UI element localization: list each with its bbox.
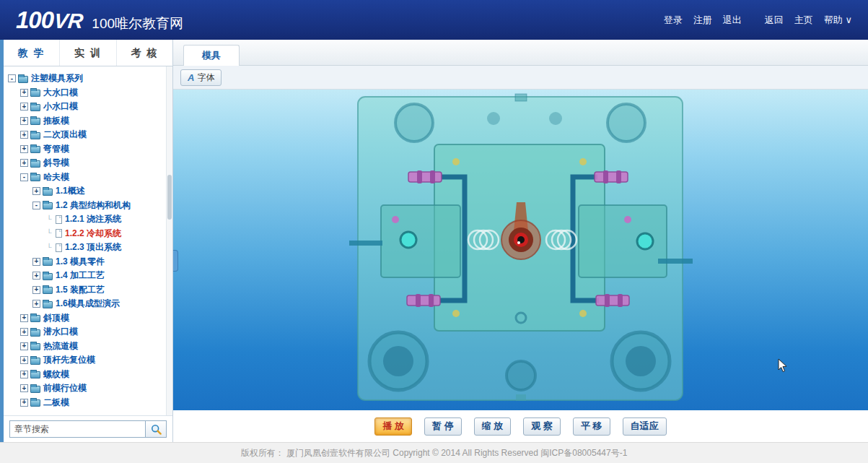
page: 100 VR 100唯尔教育网 登录 注册 退出 返回 主页 帮助 ∨ 教 学 … (0, 0, 868, 463)
nav-home[interactable]: 主页 (794, 14, 813, 27)
tree-node[interactable]: 小水口模 (4, 100, 164, 114)
scrollbar-thumb[interactable] (167, 175, 172, 220)
sidebar-scrollbar[interactable] (166, 66, 172, 415)
tree-toggle-icon[interactable] (32, 202, 40, 209)
tree-node[interactable]: 哈夫模 (4, 170, 164, 185)
tree-node[interactable]: 推板模 (4, 114, 164, 129)
tree-toggle-icon[interactable] (20, 131, 28, 139)
tab-teaching[interactable]: 教 学 (4, 40, 60, 66)
tree-node[interactable]: 1.2.2 冷却系统 (4, 227, 164, 241)
page-icon (56, 243, 62, 252)
control-observe[interactable]: 观 察 (523, 417, 561, 436)
tree-toggle-icon[interactable] (20, 371, 28, 378)
tree-node[interactable]: 热流道模 (4, 339, 164, 354)
tree-node[interactable]: 1.6模具成型演示 (4, 297, 164, 311)
folder-icon (30, 160, 40, 168)
mold-model[interactable] (348, 92, 694, 404)
tree-toggle-icon[interactable] (45, 215, 53, 223)
control-zoom[interactable]: 缩 放 (474, 417, 512, 436)
tree-node[interactable]: 螺纹模 (4, 368, 164, 382)
tree-toggle-icon[interactable] (20, 173, 28, 181)
tree-toggle-icon[interactable] (32, 300, 40, 308)
tree-toggle-icon[interactable] (20, 384, 28, 392)
tree-toggle-icon[interactable] (45, 243, 53, 251)
tab-training[interactable]: 实 训 (60, 40, 116, 66)
nav-help[interactable]: 帮助 ∨ (824, 14, 852, 27)
tree-node[interactable]: 1.5 装配工艺 (4, 283, 164, 298)
tree-node[interactable]: 斜顶模 (4, 311, 164, 326)
tree-node[interactable]: 1.3 模具零件 (4, 255, 164, 269)
tree-toggle-icon[interactable] (20, 328, 28, 336)
font-button-label: 字体 (197, 72, 214, 84)
tree-toggle-icon[interactable] (20, 356, 28, 364)
folder-icon (43, 301, 53, 308)
control-fit[interactable]: 自适应 (623, 417, 667, 436)
tree-node-label: 1.2 典型结构和机构 (56, 199, 131, 212)
chapter-search-row (4, 415, 172, 442)
tree-toggle-icon[interactable] (8, 74, 16, 82)
tree-node[interactable]: 1.4 加工工艺 (4, 269, 164, 283)
nav-back[interactable]: 返回 (765, 14, 784, 27)
search-button[interactable] (145, 420, 167, 438)
folder-icon (30, 358, 40, 365)
tree-toggle-icon[interactable] (32, 272, 40, 280)
tree-node[interactable]: 注塑模具系列 (4, 72, 164, 86)
3d-viewer[interactable] (173, 90, 868, 410)
tree-node[interactable]: 二板模 (4, 396, 164, 410)
nav-site-group: 返回 主页 帮助 ∨ (765, 14, 852, 27)
tree-toggle-icon[interactable] (20, 117, 28, 125)
tree-node-label: 螺纹模 (43, 368, 69, 381)
nav-logout[interactable]: 退出 (723, 14, 742, 27)
sidebar: 教 学 实 训 考 核 注塑模具系列 大水口模 小水口模 推板模 二次顶出模 弯… (0, 40, 173, 442)
nav-register[interactable]: 注册 (693, 14, 712, 27)
tree-node[interactable]: 顶杆先复位模 (4, 353, 164, 368)
logo-100: 100 (16, 7, 53, 34)
tree-node-label: 前模行位模 (43, 382, 87, 394)
folder-icon (30, 146, 40, 153)
tree-toggle-icon[interactable] (20, 89, 28, 97)
viewer-left-handle[interactable] (173, 250, 178, 272)
tree-node-label: 1.1概述 (56, 185, 85, 197)
tree-node[interactable]: 二次顶出模 (4, 128, 164, 142)
tree-toggle-icon[interactable] (32, 258, 40, 266)
tree-node[interactable]: 1.2 典型结构和机构 (4, 199, 164, 213)
tree-node[interactable]: 1.2.3 顶出系统 (4, 241, 164, 255)
folder-icon (30, 371, 40, 378)
folder-icon (30, 386, 40, 393)
tree-node[interactable]: 弯管模 (4, 142, 164, 157)
tree-toggle-icon[interactable] (32, 286, 40, 294)
nav-login[interactable]: 登录 (664, 14, 683, 27)
tree-node[interactable]: 斜导模 (4, 156, 164, 170)
tab-mold[interactable]: 模具 (183, 45, 240, 66)
tree-node[interactable]: 大水口模 (4, 86, 164, 100)
tab-assessment[interactable]: 考 核 (117, 40, 172, 66)
tree-toggle-icon[interactable] (20, 399, 28, 407)
search-input[interactable] (9, 420, 145, 438)
tree-node-label: 弯管模 (43, 143, 69, 155)
font-button[interactable]: 字体 (180, 69, 222, 86)
mouse-cursor (778, 358, 788, 373)
folder-icon (43, 259, 53, 266)
folder-icon (30, 132, 40, 139)
tree-toggle-icon[interactable] (20, 342, 28, 350)
folder-icon (30, 104, 40, 111)
tree-node[interactable]: 1.2.1 浇注系统 (4, 212, 164, 227)
site-logo[interactable]: 100 VR 100唯尔教育网 (16, 7, 183, 34)
tree-node-label: 热流道模 (43, 340, 78, 352)
tree-toggle-icon[interactable] (32, 187, 40, 195)
tree-toggle-icon[interactable] (20, 145, 28, 153)
top-nav: 登录 注册 退出 返回 主页 帮助 ∨ (664, 14, 852, 27)
control-pan[interactable]: 平 移 (573, 417, 610, 436)
tree-node-label: 1.5 装配工艺 (56, 284, 105, 296)
tree-toggle-icon[interactable] (20, 103, 28, 111)
control-play[interactable]: 播 放 (374, 417, 412, 436)
tree-toggle-icon[interactable] (20, 314, 28, 322)
tree-node-label: 1.2.1 浇注系统 (65, 213, 121, 225)
control-pause[interactable]: 暂 停 (424, 417, 462, 436)
tree-node[interactable]: 潜水口模 (4, 325, 164, 339)
tree-toggle-icon[interactable] (20, 159, 28, 167)
tree-node[interactable]: 1.1概述 (4, 184, 164, 199)
tree-toggle-icon[interactable] (45, 230, 53, 238)
tree-node[interactable]: 前模行位模 (4, 381, 164, 396)
folder-icon (43, 287, 53, 294)
